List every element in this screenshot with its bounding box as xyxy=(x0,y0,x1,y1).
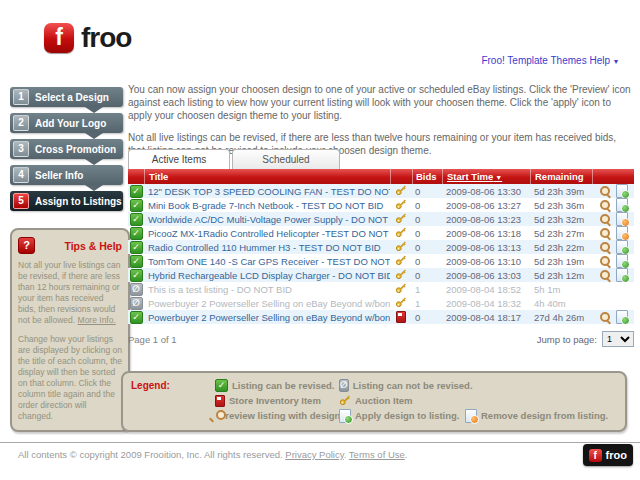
time-remaining: 5d 23h 19m xyxy=(530,256,592,267)
header-type[interactable] xyxy=(390,169,412,184)
time-remaining: 5h 1m xyxy=(530,284,592,295)
apply-design-icon[interactable] xyxy=(616,184,628,198)
pager: Page 1 of 1 Jump to page: 1 xyxy=(128,331,634,347)
preview-icon[interactable] xyxy=(599,255,612,268)
intro-paragraph-1: You can now assign your choosen design t… xyxy=(128,83,634,122)
listing-title[interactable]: Powerbuyer 2 Powerseller Selling on eBay… xyxy=(144,312,390,323)
bids-count: 0 xyxy=(412,312,442,323)
time-remaining: 5d 23h 39m xyxy=(530,186,592,197)
listing-title[interactable]: Radio Controlled 110 Hummer H3 - TEST DO… xyxy=(144,242,390,253)
listing-title: Powerbuyer 2 Powerseller Selling on eBay… xyxy=(144,298,390,309)
auction-key-icon xyxy=(395,240,407,254)
listing-title[interactable]: 12" DESK TOP 3 SPEED COOLING FAN - TEST … xyxy=(144,186,390,197)
jump-to-page-label: Jump to page: xyxy=(537,334,597,345)
terms-of-use-link[interactable]: Terms of Use xyxy=(349,449,405,460)
remove-design-icon[interactable] xyxy=(616,212,628,226)
auction-key-icon xyxy=(339,394,351,408)
step-seller-info[interactable]: 4 Seller Info xyxy=(10,165,123,185)
preview-icon[interactable] xyxy=(599,213,612,226)
header-remaining[interactable]: Remaining xyxy=(530,169,592,184)
listing-title[interactable]: Hybrid Rechargeable LCD Display Charger … xyxy=(144,270,390,281)
tab-active-items[interactable]: Active Items xyxy=(128,149,230,169)
auction-key-icon xyxy=(395,254,407,268)
header-title[interactable]: Title xyxy=(144,169,390,184)
step-number: 3 xyxy=(13,141,29,157)
listing-title[interactable]: PicooZ MX-1Radio Controlled Helicopter -… xyxy=(144,228,390,239)
apply-design-icon[interactable] xyxy=(616,310,628,324)
apply-design-icon[interactable] xyxy=(616,254,628,268)
apply-design-icon[interactable] xyxy=(616,240,628,254)
tab-scheduled[interactable]: Scheduled xyxy=(232,149,340,169)
listing-tabs: Active Items Scheduled xyxy=(128,149,342,169)
preview-icon[interactable] xyxy=(599,199,612,212)
page-info: Page 1 of 1 xyxy=(128,334,177,345)
remove-design-icon[interactable] xyxy=(616,226,628,240)
blocked-icon xyxy=(130,297,143,310)
bids-count: 0 xyxy=(412,270,442,281)
preview-icon[interactable] xyxy=(599,269,612,282)
auction-key-icon xyxy=(395,268,407,282)
listing-title[interactable]: Worldwide AC/DC Multi-Voltage Power Supp… xyxy=(144,214,390,225)
step-add-your-logo[interactable]: 2 Add Your Logo xyxy=(10,113,123,133)
apply-design-icon[interactable] xyxy=(616,198,628,212)
time-remaining: 5d 23h 12m xyxy=(530,270,592,281)
privacy-policy-link[interactable]: Privacy Policy xyxy=(285,449,343,460)
auction-key-icon xyxy=(395,184,407,198)
listing-title[interactable]: TomTom ONE 140 -S Car GPS Receiver - TES… xyxy=(144,256,390,267)
froo-logo-icon: f xyxy=(44,23,74,53)
froo-logo[interactable]: f froo xyxy=(44,22,131,54)
table-row: This is a test listing - DO NOT BID 1 20… xyxy=(128,282,634,296)
step-select-a-design[interactable]: 1 Select a Design xyxy=(10,87,123,107)
store-inventory-icon xyxy=(396,311,406,323)
auction-key-icon xyxy=(395,226,407,240)
check-icon xyxy=(130,241,143,254)
legend-panel: Legend: Listing can be revised. Listing … xyxy=(121,371,627,432)
bids-count: 0 xyxy=(412,256,442,267)
time-remaining: 5d 23h 27m xyxy=(530,228,592,239)
table-row: Worldwide AC/DC Multi-Voltage Power Supp… xyxy=(128,212,634,226)
start-time: 2009-08-04 18:32 xyxy=(442,298,530,309)
auction-key-icon xyxy=(395,282,407,296)
time-remaining: 5d 23h 36m xyxy=(530,200,592,211)
tips-paragraph-1: Not all your live listings can be revise… xyxy=(18,260,122,326)
preview-icon[interactable] xyxy=(599,311,612,324)
blocked-icon xyxy=(130,283,143,296)
sort-indicator: Start Time xyxy=(447,171,502,182)
tips-help-panel: Tips & Help Not all your live listings c… xyxy=(10,228,130,432)
footer-copyright: All contents © copyright 2009 Frooition,… xyxy=(18,449,407,460)
footer-froo-badge[interactable]: f froo xyxy=(583,444,633,466)
help-link-label: Froo! Template Themes Help xyxy=(481,55,610,66)
step-cross-promotion[interactable]: 3 Cross Promotion xyxy=(10,139,123,159)
auction-key-icon xyxy=(395,212,407,226)
froo-logo-icon: f xyxy=(589,449,602,462)
legend-apply: Apply design to listing. xyxy=(339,409,465,423)
preview-icon[interactable] xyxy=(599,227,612,240)
header-bids[interactable]: Bids xyxy=(412,169,442,184)
time-remaining: 4h 40m xyxy=(530,298,592,309)
more-info-link[interactable]: More Info. xyxy=(78,315,116,325)
legend-text: Apply design to listing. xyxy=(355,410,460,421)
preview-icon[interactable] xyxy=(599,241,612,254)
listing-title[interactable]: Mini Book B-grade 7-Inch Netbook - TEST … xyxy=(144,200,390,211)
start-time: 2009-08-04 18:17 xyxy=(442,312,530,323)
listing-title: This is a test listing - DO NOT BID xyxy=(144,284,390,295)
start-time: 2009-08-06 13:18 xyxy=(442,228,530,239)
preview-icon[interactable] xyxy=(599,185,612,198)
bids-count: 1 xyxy=(412,298,442,309)
start-time: 2009-08-06 13:27 xyxy=(442,200,530,211)
table-row: Radio Controlled 110 Hummer H3 - TEST DO… xyxy=(128,240,634,254)
table-row: Powerbuyer 2 Powerseller Selling on eBay… xyxy=(128,310,634,324)
table-row: TomTom ONE 140 -S Car GPS Receiver - TES… xyxy=(128,254,634,268)
check-icon xyxy=(130,311,143,324)
tips-help-title: Tips & Help xyxy=(64,240,122,252)
page: f froo Froo! Template Themes Help▾ 1 Sel… xyxy=(0,0,640,480)
header-start-time[interactable]: Start Time xyxy=(442,169,530,184)
header-status[interactable] xyxy=(128,169,144,184)
step-assign-to-listings[interactable]: 5 Assign to Listings xyxy=(10,191,123,211)
bids-count: 0 xyxy=(412,186,442,197)
apply-design-icon[interactable] xyxy=(616,268,628,282)
remove-design-icon xyxy=(465,409,477,423)
help-link[interactable]: Froo! Template Themes Help▾ xyxy=(481,55,618,66)
step-label: Seller Info xyxy=(35,170,83,181)
jump-to-page-select[interactable]: 1 xyxy=(602,331,634,347)
